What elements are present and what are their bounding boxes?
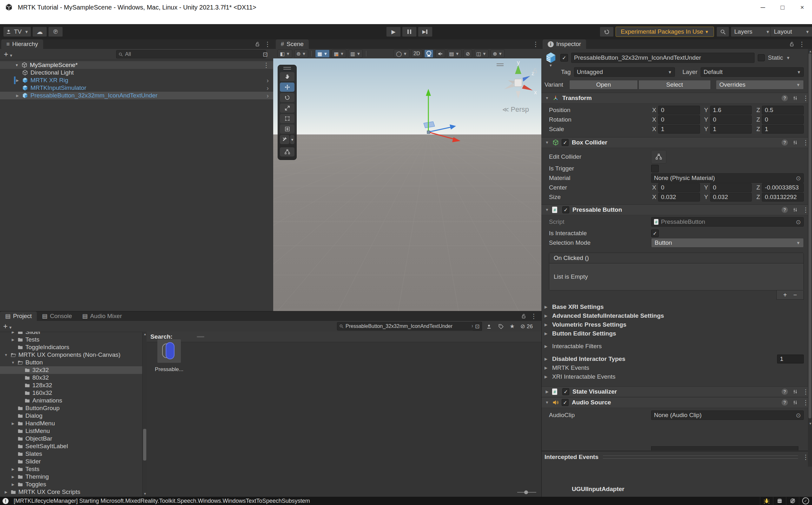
lock-icon[interactable] (789, 41, 795, 47)
foldout-value-field[interactable]: 1 (777, 355, 804, 363)
prefab-open-chevron[interactable]: › (266, 92, 269, 99)
inspector-foldout[interactable]: ▶ Disabled Interactor Types 1 (541, 355, 812, 363)
search-scope[interactable] (213, 336, 220, 337)
cloud-button[interactable]: ☁ (32, 27, 47, 37)
grid-snap-button[interactable]: ▦▼ (332, 49, 346, 58)
project-tab[interactable]: ▤ Console (37, 311, 77, 321)
inspector-scrollbar[interactable]: ▲ ▼ (808, 49, 812, 467)
audio-toggle-button[interactable] (435, 49, 445, 58)
inspector-foldout[interactable]: ▶ Advanced StatefulInteractable Settings (541, 311, 812, 320)
inspector-foldout[interactable]: ▶ Button Editor Settings (541, 329, 812, 338)
variant-select-button[interactable]: Select (638, 80, 711, 90)
hierarchy-item[interactable]: PressableButton_32x32mm_IconAndTextUnder… (0, 92, 273, 99)
x-field[interactable]: 0 (658, 115, 700, 124)
project-folder-row[interactable]: ButtonGroup (0, 404, 142, 412)
thumbnail-zoom-slider[interactable] (517, 492, 536, 493)
hierarchy-search-input[interactable]: All (116, 50, 266, 58)
overrides-dropdown[interactable]: Overrides▼ (716, 80, 804, 90)
slider-knob[interactable] (524, 490, 528, 494)
persp-label[interactable]: ≪ Persp (502, 106, 529, 114)
lock-icon[interactable] (521, 313, 527, 319)
help-icon[interactable]: ? (782, 139, 788, 146)
play-button[interactable]: ▶ (386, 27, 401, 37)
console-info-icon[interactable]: ! (3, 498, 9, 504)
effects-dropdown[interactable]: ▤▼ (447, 49, 462, 58)
asset-item[interactable]: Pressable... (155, 339, 183, 373)
active-checkbox[interactable]: ✓ (560, 54, 568, 61)
edit-collider-button[interactable] (651, 150, 666, 163)
enabled-checkbox[interactable]: ✓ (562, 206, 569, 213)
hierarchy-scene-row[interactable]: ▼ MySampleScene* ⋮ (0, 61, 273, 69)
progress-status-button[interactable]: ✓ (799, 497, 812, 505)
center-y-field[interactable]: 0 (710, 183, 752, 192)
z-field[interactable]: 1 (762, 125, 804, 134)
move-tool-button[interactable] (280, 82, 294, 92)
preset-icon[interactable] (792, 95, 798, 101)
kebab-menu-icon[interactable]: ⋮ (263, 61, 269, 69)
project-folder-row[interactable]: Dialog (0, 412, 142, 419)
x-field[interactable]: 0 (658, 106, 700, 115)
expand-arrow-icon[interactable] (10, 361, 16, 364)
experimental-packages-button[interactable]: Experimental Packages In Use ▼ (616, 27, 714, 37)
project-folder-row[interactable]: ObjectBar (0, 435, 142, 443)
cache-server-button[interactable] (773, 497, 786, 505)
kebab-menu-icon[interactable]: ⋮ (264, 40, 271, 48)
debugger-status-button[interactable] (760, 497, 773, 505)
project-folder-row[interactable]: MRTK UX Core Scripts (0, 488, 142, 496)
scroll-up-icon[interactable]: ▲ (809, 49, 812, 53)
expand-arrow-icon[interactable] (10, 467, 16, 471)
y-field[interactable]: 0 (710, 115, 752, 124)
add-event-button[interactable]: + (783, 291, 787, 299)
import-activity-icon[interactable] (486, 323, 492, 330)
layout-dropdown[interactable]: Layout ▼ (771, 27, 812, 37)
project-tab[interactable]: ▤ Audio Mixer (77, 311, 127, 321)
project-folder-row[interactable]: MRTK UX Components (Non-Canvas) (0, 351, 142, 359)
preset-icon[interactable] (792, 399, 798, 405)
x-field[interactable]: 1 (658, 125, 700, 134)
transform-header[interactable]: ▼ Transform ? ⋮ (541, 93, 812, 104)
preset-icon[interactable] (792, 140, 798, 145)
expand-arrow-icon[interactable] (10, 332, 16, 334)
hidden-count-icon[interactable]: ⊘ 26 (521, 323, 533, 330)
project-folder-row[interactable]: 128x32 (0, 381, 142, 389)
project-folder-row[interactable]: Toggles (0, 481, 142, 488)
foldout-arrow-icon[interactable]: ▼ (545, 140, 550, 145)
kebab-menu-icon[interactable]: ⋮ (799, 40, 805, 48)
expand-arrow-icon[interactable] (3, 490, 10, 494)
move-gizmo[interactable] (394, 84, 476, 147)
y-field[interactable]: 1.6 (710, 106, 752, 115)
static-checkbox[interactable] (758, 54, 765, 61)
prefab-open-chevron[interactable]: › (266, 85, 269, 92)
custom-tool-dropdown[interactable]: ▼ (290, 135, 294, 144)
expand-arrow-icon[interactable] (10, 422, 16, 426)
object-picker-icon[interactable]: ⊙ (796, 412, 801, 419)
drag-handle[interactable] (283, 67, 291, 69)
scale-tool-button[interactable] (280, 104, 294, 113)
inspector-foldout[interactable]: ▶ Volumetric Press Settings (541, 320, 812, 329)
scroll-down-icon[interactable]: ▼ (144, 492, 147, 495)
prefab-icon[interactable]: ▼ (545, 51, 557, 64)
view-tool-button[interactable] (280, 72, 294, 81)
is-interactable-checkbox[interactable]: ✓ (651, 229, 659, 237)
foldout-arrow-icon[interactable]: ▼ (545, 208, 550, 212)
hierarchy-item[interactable]: MRTKInputSimulator › (0, 84, 273, 92)
inspector-foldout[interactable]: ▶ Base XRI Settings (541, 303, 812, 311)
expand-arrow-icon[interactable] (10, 475, 16, 479)
kebab-menu-icon[interactable]: ⋮ (533, 40, 539, 48)
remove-event-button[interactable]: − (793, 291, 797, 299)
audio-source-header[interactable]: ▼ ✓ Audio Source ? ⋮ (541, 397, 812, 408)
tab-scene[interactable]: # Scene (276, 39, 309, 49)
foldout-arrow-icon[interactable]: ▼ (545, 400, 550, 405)
z-field[interactable]: 0 (762, 115, 804, 124)
prefab-open-chevron[interactable]: › (266, 77, 269, 84)
hierarchy-item[interactable]: MRTK XR Rig › (0, 76, 273, 84)
2d-toggle-button[interactable]: 2D (411, 49, 422, 58)
scroll-up-icon[interactable]: ▲ (144, 332, 147, 336)
gizmos-dropdown[interactable]: ⊕▼ (490, 49, 504, 58)
project-tab[interactable]: ▤ Project (0, 311, 37, 321)
search-scope[interactable] (228, 336, 236, 337)
box-collider-header[interactable]: ▼ ✓ Box Collider ? ⋮ (541, 137, 812, 148)
help-icon[interactable]: ? (782, 388, 788, 395)
lock-icon[interactable] (255, 41, 260, 47)
draw-mode-dropdown[interactable]: ◯▼ (394, 49, 409, 58)
